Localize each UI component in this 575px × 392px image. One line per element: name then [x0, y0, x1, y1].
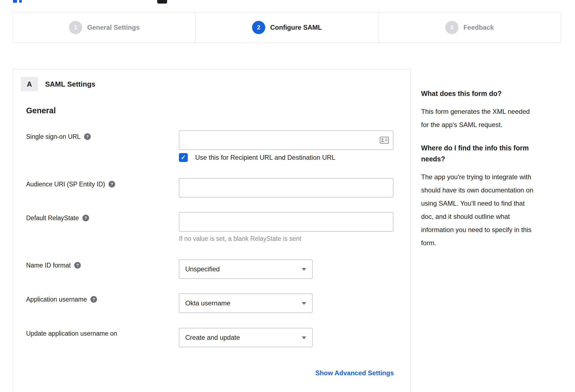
- application-username-value: Okta username: [185, 299, 230, 307]
- application-username-select[interactable]: Okta username: [179, 294, 313, 313]
- recipient-url-checkbox-label: Use this for Recipient URL and Destinati…: [195, 153, 335, 162]
- general-heading: General: [26, 105, 56, 116]
- update-application-username-label: Update application username on: [26, 329, 117, 338]
- cutoff-title-fragment-2: [19, 0, 22, 3]
- help-sidebar: What does this form do? This form genera…: [421, 88, 561, 261]
- update-application-username-select[interactable]: Create and update: [179, 328, 313, 347]
- sso-url-input[interactable]: [179, 131, 393, 150]
- audience-uri-label-text: Audience URI (SP Entity ID): [26, 180, 105, 189]
- help-icon[interactable]: ?: [109, 181, 115, 187]
- sso-url-input-wrap: [179, 131, 393, 150]
- step-configure-saml[interactable]: 2 Configure SAML: [195, 12, 378, 43]
- cutoff-logo-fragment: [157, 0, 167, 4]
- update-application-username-value: Create and update: [185, 334, 240, 341]
- dropdown-arrow-icon: [302, 302, 306, 305]
- cutoff-title-fragment: [13, 0, 17, 3]
- audience-uri-label: Audience URI (SP Entity ID) ?: [26, 180, 115, 189]
- step-label-feedback: Feedback: [463, 24, 494, 31]
- dropdown-arrow-icon: [302, 268, 306, 271]
- sso-url-label-text: Single sign-on URL: [26, 132, 81, 141]
- relay-state-hint: If no value is set, a blank RelayState i…: [179, 234, 301, 243]
- show-advanced-settings-link[interactable]: Show Advanced Settings: [315, 369, 394, 377]
- audience-uri-input-wrap: [179, 178, 393, 197]
- help-icon[interactable]: ?: [74, 262, 81, 269]
- relay-state-input[interactable]: [179, 212, 393, 231]
- name-id-format-select[interactable]: Unspecified: [179, 260, 313, 279]
- section-badge: A: [21, 77, 38, 91]
- help-icon[interactable]: ?: [82, 215, 89, 221]
- name-id-format-label-text: Name ID format: [26, 261, 71, 270]
- step-label-configure-saml: Configure SAML: [270, 24, 322, 31]
- application-username-label-text: Application username: [26, 295, 87, 304]
- help-icon[interactable]: ?: [90, 296, 97, 303]
- name-id-format-label: Name ID format ?: [26, 261, 81, 270]
- relay-state-label-text: Default RelayState: [26, 214, 79, 222]
- section-title: SAML Settings: [45, 80, 95, 89]
- sidebar-question-2-body: The app you're trying to integrate with …: [421, 170, 561, 250]
- relay-state-input-wrap: [179, 212, 393, 231]
- dropdown-arrow-icon: [302, 336, 306, 339]
- update-application-username-label-text: Update application username on: [26, 329, 117, 338]
- wizard-stepper: 1 General Settings 2 Configure SAML 3 Fe…: [13, 12, 561, 43]
- checkmark-icon: ✓: [181, 154, 186, 161]
- sidebar-question-1-title: What does this form do?: [421, 88, 561, 99]
- sidebar-question-2-title: Where do I find the info this form needs…: [421, 142, 561, 164]
- contact-card-icon[interactable]: [380, 137, 389, 144]
- application-username-label: Application username ?: [26, 295, 97, 304]
- step-number-badge: 2: [252, 21, 265, 34]
- step-label-general-settings: General Settings: [87, 24, 140, 31]
- step-general-settings[interactable]: 1 General Settings: [13, 12, 195, 43]
- step-feedback[interactable]: 3 Feedback: [378, 12, 561, 43]
- audience-uri-input[interactable]: [179, 178, 393, 197]
- name-id-format-value: Unspecified: [185, 265, 220, 273]
- saml-settings-panel: A SAML Settings General Single sign-on U…: [13, 69, 411, 392]
- relay-state-label: Default RelayState ?: [26, 214, 89, 222]
- sso-url-label: Single sign-on URL ?: [26, 132, 91, 141]
- sidebar-question-1-body: This form generates the XML needed for t…: [421, 105, 561, 131]
- step-number-badge: 3: [445, 21, 458, 34]
- help-icon[interactable]: ?: [84, 133, 91, 140]
- step-number-badge: 1: [69, 21, 82, 34]
- recipient-url-checkbox[interactable]: ✓: [179, 153, 188, 162]
